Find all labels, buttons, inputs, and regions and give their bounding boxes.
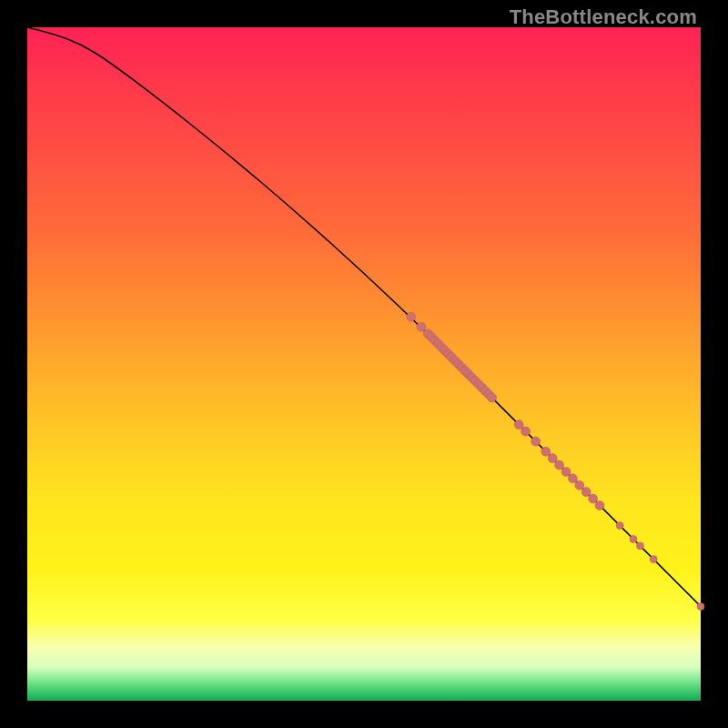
data-point bbox=[541, 447, 551, 456]
data-point bbox=[630, 535, 637, 542]
plot-area bbox=[27, 27, 701, 701]
data-point bbox=[531, 437, 541, 446]
data-point bbox=[417, 322, 426, 331]
data-point bbox=[488, 393, 497, 402]
data-point bbox=[521, 427, 531, 436]
data-point bbox=[561, 467, 571, 476]
data-point bbox=[548, 454, 557, 463]
data-point bbox=[595, 500, 604, 510]
data-point bbox=[589, 494, 598, 503]
data-point bbox=[555, 460, 564, 470]
data-point bbox=[616, 522, 623, 530]
curve-line bbox=[27, 27, 701, 606]
data-point bbox=[636, 542, 643, 550]
data-point bbox=[581, 488, 591, 497]
data-point bbox=[407, 312, 416, 321]
data-point bbox=[568, 474, 577, 483]
chart-svg bbox=[27, 27, 701, 701]
data-point bbox=[514, 420, 523, 430]
watermark-text: TheBottleneck.com bbox=[510, 5, 697, 29]
data-point bbox=[650, 556, 657, 563]
data-point bbox=[575, 480, 584, 490]
chart-stage: TheBottleneck.com bbox=[0, 0, 728, 728]
data-point bbox=[697, 602, 704, 610]
